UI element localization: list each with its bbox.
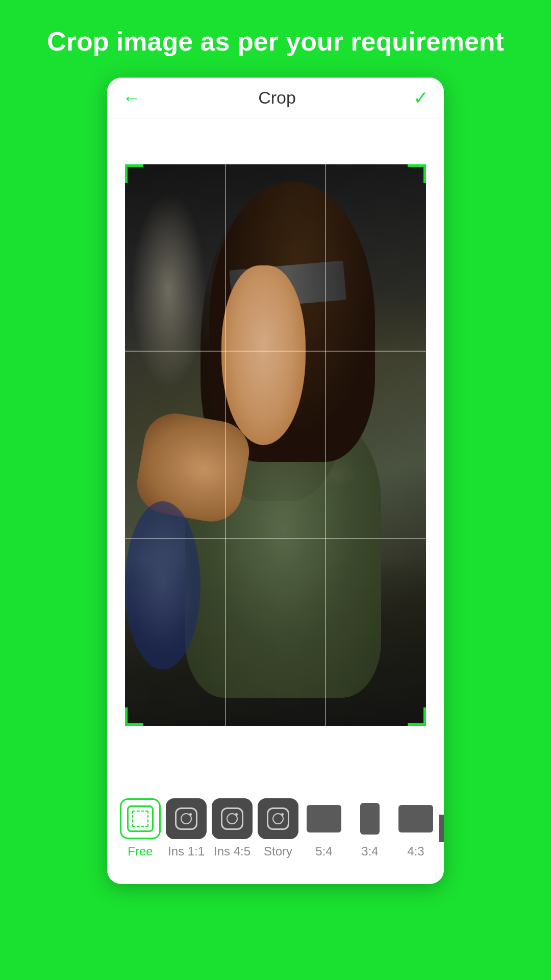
crop-option-free[interactable]: Free: [117, 793, 163, 864]
ratio-icon-more: [439, 815, 444, 842]
insta-icon-45: [221, 807, 243, 830]
corner-tr: [408, 164, 426, 183]
page-heading: Crop image as per your requirement: [16, 0, 535, 78]
crop-label-34: 3:4: [361, 844, 378, 859]
43-crop-icon: [395, 798, 436, 839]
confirm-button[interactable]: ✓: [413, 87, 429, 109]
crop-label-54: 5:4: [315, 844, 332, 859]
free-icon-shape: [127, 805, 154, 832]
34-crop-icon: [349, 798, 390, 839]
story-crop-icon: [258, 798, 298, 839]
crop-label-ins45: Ins 4:5: [214, 844, 251, 859]
crop-option-ins45[interactable]: Ins 4:5: [209, 793, 255, 864]
free-crop-icon: [120, 798, 161, 839]
crop-area: [107, 118, 444, 772]
corner-br: [408, 707, 426, 726]
header-title: Crop: [258, 88, 296, 108]
crop-option-43[interactable]: 4:3: [393, 793, 439, 864]
crop-option-54[interactable]: 5:4: [301, 793, 347, 864]
app-header: ← Crop ✓: [107, 78, 444, 118]
back-button[interactable]: ←: [122, 87, 141, 109]
ratio-icon-34: [360, 803, 380, 835]
crop-label-story: Story: [264, 844, 292, 859]
ins11-crop-icon: [166, 798, 207, 839]
bottom-toolbar: Free Ins 1:1 Ins 4:5 Story: [107, 772, 444, 884]
insta-icon-11: [175, 807, 197, 830]
image-wrapper[interactable]: [125, 164, 426, 726]
insta-icon-story: [267, 807, 289, 830]
ratio-icon-54: [307, 805, 341, 832]
corner-tl: [125, 164, 143, 183]
crop-image: [125, 164, 426, 726]
corner-bl: [125, 707, 143, 726]
crop-option-story[interactable]: Story: [255, 793, 301, 864]
crop-option-ins11[interactable]: Ins 1:1: [163, 793, 209, 864]
crop-label-free: Free: [128, 844, 153, 859]
more-crop-icon: [439, 808, 444, 849]
phone-card: ← Crop ✓: [107, 78, 444, 884]
ratio-icon-43: [398, 805, 433, 832]
54-crop-icon: [304, 798, 344, 839]
crop-label-ins11: Ins 1:1: [168, 844, 205, 859]
crop-label-43: 4:3: [407, 844, 424, 859]
ins45-crop-icon: [212, 798, 253, 839]
crop-option-34[interactable]: 3:4: [347, 793, 393, 864]
crop-option-more[interactable]: [439, 803, 444, 854]
